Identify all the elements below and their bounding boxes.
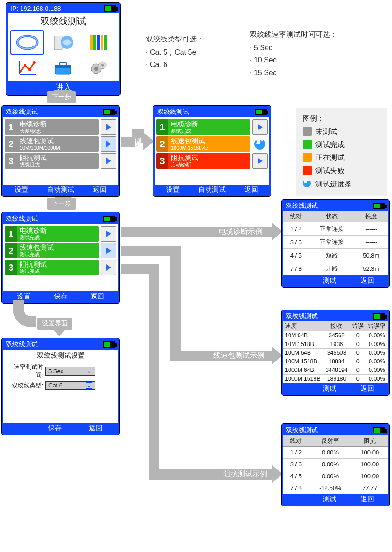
settings-time[interactable]: 速率测试时间: 5 Sec⌄ (3, 362, 118, 380)
device-settings: 双绞线测试 双绞线测试设置 速率测试时间: 5 Sec⌄ 双绞线类型: Cat … (2, 338, 119, 435)
go-icon-sel[interactable] (101, 243, 116, 258)
table-row: 4 / 50.00%100.00 (283, 470, 388, 482)
screenC-row1[interactable]: 1 电缆诊断测试完成 (5, 226, 116, 242)
battery-icon (103, 216, 115, 222)
conn-imp-h2 (149, 469, 273, 480)
table-row: 3 / 6正常连接------ (283, 236, 388, 249)
battery-icon (255, 109, 267, 115)
tspeed-title: 双绞线测试 (286, 312, 318, 320)
screenC-row2[interactable]: 2 线速包测试测试完成 (5, 243, 116, 258)
table-row: 7 / 8开路52.3m (283, 262, 388, 275)
screenA-row2[interactable]: 2 线速包测试10M/100M/1000M (5, 136, 116, 152)
screenB-row3[interactable]: 3 阻抗测试启动诊断 (156, 153, 268, 169)
note-type: 双绞线类型可选： · Cat 5，Cat 5e · Cat 6 (146, 33, 204, 71)
btn-save[interactable]: 保存 (48, 424, 62, 433)
svg-rect-7 (101, 35, 103, 50)
flow-tag-next1: 下一步 (47, 91, 76, 103)
table-row: 100M 1518B1888400.00% (283, 357, 388, 366)
conn-speed-h2 (170, 351, 273, 361)
settings-type[interactable]: 双绞线类型: Cat 6⌄ (3, 380, 118, 391)
battery-icon (373, 427, 385, 433)
battery-icon (104, 5, 116, 12)
table-row: 3 / 60.00%100.00 (283, 459, 388, 470)
btn-test[interactable]: 测试 (323, 384, 336, 393)
table-row: 1 / 2正常连接------ (283, 222, 388, 236)
conn-c-settings (13, 300, 36, 327)
imp-table: 线对反射率阻抗 1 / 20.00%100.003 / 60.00%100.00… (283, 435, 388, 494)
svg-point-14 (33, 61, 36, 64)
btn-back[interactable]: 返回 (93, 186, 107, 194)
battery-icon (373, 313, 385, 320)
menu-icon-cable[interactable] (11, 31, 43, 54)
device-screen-a: 双绞线测试 1 电缆诊断长度/状态 2 线速包测试10M/100M/1000M … (2, 106, 119, 196)
tri-imp (272, 465, 283, 483)
screenB-title: 双绞线测试 (157, 108, 189, 116)
screenB-row2[interactable]: 2 线速包测试1000M 1518byte (156, 136, 268, 152)
device-table-cable: 双绞线测试 线对状态长度 1 / 2正常连接------3 / 6正常连接---… (282, 200, 389, 287)
menu-icon-server[interactable] (47, 31, 79, 54)
flow-tag-next2: 下一步 (47, 198, 76, 210)
tri-speed (272, 346, 283, 365)
go-icon-sel[interactable] (101, 136, 116, 152)
svg-rect-6 (97, 35, 100, 50)
menu-icon-toolbox[interactable] (47, 57, 79, 79)
spinner-icon (252, 136, 268, 152)
tri-settings (51, 327, 67, 336)
svg-rect-8 (104, 35, 107, 50)
device-table-imp: 双绞线测试 线对反射率阻抗 1 / 20.00%100.003 / 60.00%… (282, 424, 389, 506)
table-row: 4 / 5短路50.8m (283, 249, 388, 262)
btn-test[interactable]: 测试 (323, 495, 336, 504)
table-row: 1000M 1518B18918000.00% (283, 375, 388, 383)
swatch-gray (303, 127, 312, 136)
speed-table: 速度接收错误错误率 10M 64B3456200.00%10M 1518B193… (283, 321, 388, 383)
step-num: 1 (5, 119, 17, 135)
table-row: 10M 64B3456200.00% (283, 331, 388, 340)
screenA-row1[interactable]: 1 电缆诊断长度/状态 (5, 119, 116, 135)
flow-tag-desc: 测试说明 (132, 129, 144, 143)
select-icon: ⌄ (86, 368, 92, 374)
menu-icon-bars[interactable] (83, 31, 114, 54)
swatch-spinner (303, 179, 312, 188)
go-icon[interactable] (101, 260, 116, 275)
lbl-time: 速率测试时间: (7, 363, 45, 379)
ip-text: IP: 192.168.0.188 (10, 5, 61, 12)
btn-settings[interactable]: 设置 (166, 186, 180, 194)
btn-back[interactable]: 返回 (244, 186, 258, 194)
go-icon[interactable] (252, 119, 268, 135)
battery-icon (103, 109, 115, 115)
note-time: 双绞线速率测试时间可选： · 5 Sec · 10 Sec · 15 Sec (250, 28, 337, 79)
menu-icon-gear[interactable] (83, 57, 114, 79)
swatch-green (303, 140, 312, 149)
svg-point-1 (17, 36, 37, 49)
device-main-menu: IP: 192.168.0.188 双绞线测试 进入 (6, 3, 120, 95)
cable-table: 线对状态长度 1 / 2正常连接------3 / 6正常连接------4 /… (283, 211, 388, 275)
device-screen-c: 双绞线测试 1 电缆诊断测试完成 2 线速包测试测试完成 3 阻抗测试测试完成 … (2, 212, 119, 303)
go-icon[interactable] (252, 153, 268, 169)
go-icon[interactable] (101, 119, 116, 135)
btn-settings[interactable]: 设置 (15, 186, 28, 194)
btn-back[interactable]: 返回 (361, 384, 374, 393)
svg-rect-4 (90, 35, 93, 50)
btn-test[interactable]: 测试 (323, 276, 336, 285)
btn-save[interactable]: 保存 (54, 292, 67, 301)
go-icon[interactable] (101, 226, 116, 242)
btn-autotest[interactable]: 自动测试 (198, 186, 226, 194)
btn-back[interactable]: 返回 (361, 276, 374, 285)
legend-box: 图例： 未测试 测试完成 正在测试 测试失败 测试进度条 (296, 108, 387, 196)
menu-grid (8, 29, 119, 81)
btn-back[interactable]: 返回 (361, 495, 374, 504)
screenB-row1[interactable]: 1 电缆诊断测试完成 (156, 119, 268, 135)
battery-icon (373, 203, 385, 209)
btn-back[interactable]: 返回 (91, 292, 104, 301)
screenC-row3[interactable]: 3 阻抗测试测试完成 (5, 260, 116, 275)
go-icon[interactable] (101, 153, 116, 169)
menu-title: 双绞线测试 (8, 13, 119, 29)
screenA-title: 双绞线测试 (6, 108, 38, 116)
menu-icon-graph[interactable] (11, 57, 43, 79)
btn-autotest[interactable]: 自动测试 (47, 186, 74, 194)
svg-point-19 (94, 67, 98, 71)
screenA-row3[interactable]: 3 阻抗测试线缆阻抗 (5, 153, 116, 169)
swatch-orange (303, 153, 312, 162)
btn-back[interactable]: 返回 (89, 424, 103, 433)
table-row: 10M 1518B193600.00% (283, 340, 388, 349)
